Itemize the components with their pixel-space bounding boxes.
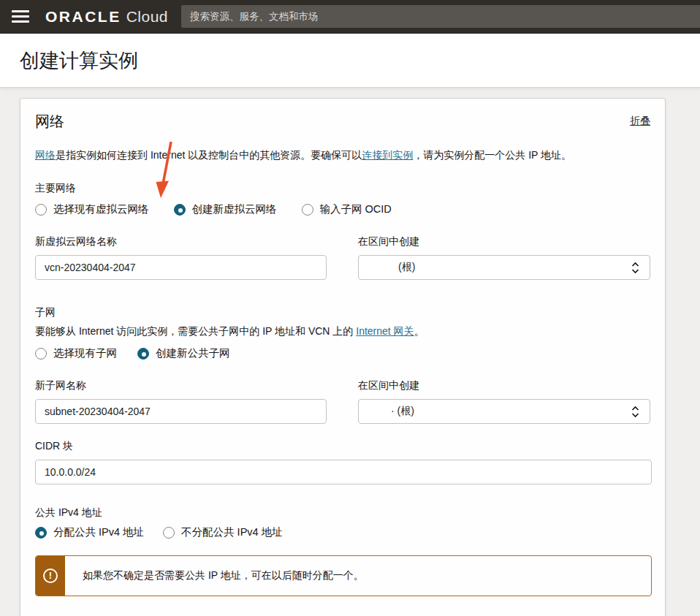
radio-select-existing-vcn[interactable]: 选择现有虚拟云网络 [35, 202, 149, 216]
radio-create-new-vcn[interactable]: 创建新虚拟云网络 [174, 202, 277, 216]
radio-circle-checked[interactable] [137, 348, 149, 360]
subnet-compartment-select[interactable]: · (根) [358, 399, 650, 424]
primary-network-label: 主要网络 [35, 182, 650, 195]
radio-enter-subnet-ocid[interactable]: 输入子网 OCID [302, 202, 392, 216]
warning-exclamation-icon: ! [43, 569, 58, 583]
topbar: ORACLE Cloud 搜索资源、服务、文档和市场 [0, 0, 700, 34]
radio-assign-public-ipv4[interactable]: 分配公共 IPv4 地址 [35, 525, 144, 539]
collapse-link[interactable]: 折叠 [630, 115, 650, 128]
public-ipv4-radio-group: 分配公共 IPv4 地址 不分配公共 IPv4 地址 [35, 525, 650, 539]
warning-message: 如果您不确定是否需要公共 IP 地址，可在以后随时分配一个。 [65, 556, 376, 596]
public-ipv4-label: 公共 IPv4 地址 [35, 506, 650, 520]
chevron-up-down-icon [631, 262, 639, 274]
radio-create-new-public-subnet[interactable]: 创建新公共子网 [137, 346, 230, 360]
subnet-radio-group: 选择现有子网 创建新公共子网 [35, 346, 650, 360]
brand-cloud: Cloud [126, 8, 168, 26]
connect-to-instance-link[interactable]: 连接到实例 [362, 149, 413, 161]
vcn-compartment-label: 在区间中创建 [358, 235, 650, 248]
internet-gateway-link[interactable]: Internet 网关 [356, 325, 414, 337]
search-placeholder-text: 搜索资源、服务、文档和市场 [190, 10, 319, 23]
radio-circle[interactable] [35, 348, 47, 360]
vcn-compartment-select[interactable]: (根) [358, 255, 650, 280]
hamburger-menu-icon[interactable] [12, 10, 29, 23]
radio-circle[interactable] [302, 204, 313, 216]
primary-network-radio-group: 选择现有虚拟云网络 创建新虚拟云网络 输入子网 OCID [35, 202, 650, 216]
page-header: 创建计算实例 [0, 34, 700, 88]
global-search-input[interactable]: 搜索资源、服务、文档和市场 [181, 5, 700, 28]
cidr-label: CIDR 块 [35, 440, 650, 453]
chevron-up-down-icon [631, 406, 639, 418]
radio-circle-checked[interactable] [174, 204, 186, 216]
vcn-name-label: 新虚拟云网络名称 [35, 235, 327, 248]
radio-no-public-ipv4[interactable]: 不分配公共 IPv4 地址 [163, 525, 283, 539]
vcn-compartment-value: (根) [398, 261, 415, 274]
network-section-card: 网络 折叠 网络是指实例如何连接到 Internet 以及控制台中的其他资源。要… [20, 98, 666, 616]
subnet-name-input[interactable] [35, 399, 327, 424]
subnet-description: 要能够从 Internet 访问此实例，需要公共子网中的 IP 地址和 VCN … [35, 324, 650, 339]
network-link[interactable]: 网络 [35, 149, 56, 161]
network-intro-text: 网络是指实例如何连接到 Internet 以及控制台中的其他资源。要确保可以连接… [35, 148, 650, 163]
radio-circle[interactable] [35, 204, 47, 216]
radio-circle-checked[interactable] [35, 527, 47, 539]
vcn-name-input[interactable] [35, 255, 327, 280]
public-ip-warning-banner: ! 如果您不确定是否需要公共 IP 地址，可在以后随时分配一个。 [35, 555, 652, 596]
radio-select-existing-subnet[interactable]: 选择现有子网 [35, 346, 117, 360]
subnet-label: 子网 [35, 306, 650, 319]
brand-oracle: ORACLE [45, 8, 121, 26]
radio-circle[interactable] [163, 527, 175, 539]
oracle-cloud-logo[interactable]: ORACLE Cloud [45, 8, 168, 26]
cidr-input[interactable] [35, 460, 652, 484]
section-title-network: 网络 [35, 112, 64, 132]
subnet-compartment-label: 在区间中创建 [358, 379, 650, 392]
subnet-compartment-value: · (根) [391, 405, 414, 418]
subnet-name-label: 新子网名称 [35, 379, 327, 392]
page-title: 创建计算实例 [20, 47, 138, 74]
content-area: 网络 折叠 网络是指实例如何连接到 Internet 以及控制台中的其他资源。要… [0, 88, 700, 616]
warning-strip: ! [36, 556, 65, 596]
